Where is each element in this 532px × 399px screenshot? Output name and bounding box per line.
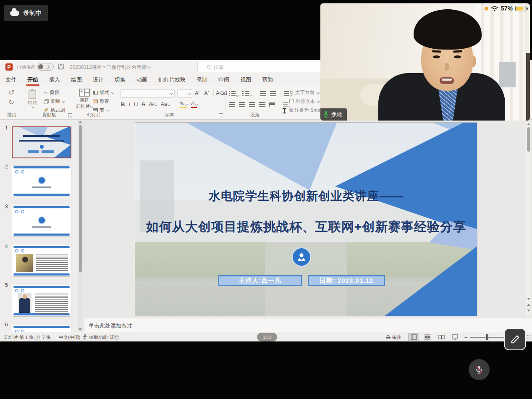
mute-microphone-button[interactable] [469, 359, 490, 380]
zoom-slider-thumb[interactable] [486, 334, 488, 340]
decrease-indent-button[interactable] [260, 90, 266, 98]
tab-slideshow[interactable]: 幻灯片放映 [153, 74, 191, 86]
increase-indent-button[interactable] [270, 90, 276, 98]
search-input[interactable] [214, 64, 314, 70]
undo-icon[interactable]: ↺ [8, 88, 14, 97]
main-scrollbar-thumb[interactable] [527, 127, 530, 152]
tab-home[interactable]: 开始 [22, 74, 44, 86]
slide-sorter-view-button[interactable] [422, 333, 433, 341]
slide-counter[interactable]: 幻灯片 第 1 张, 共 7 张 [4, 334, 51, 341]
bold-button[interactable]: B [121, 101, 125, 108]
notes-placeholder[interactable]: 单击此处添加备注 [89, 322, 132, 330]
slide-thumbnail-5[interactable] [12, 285, 71, 317]
reset-button[interactable]: 重置 [93, 98, 109, 105]
tab-transitions[interactable]: 切换 [109, 74, 131, 86]
slides-group-label: 幻灯片 [74, 112, 114, 118]
annotation-pen-button[interactable] [504, 328, 526, 350]
notes-button[interactable]: 备注 [392, 334, 401, 341]
font-size-combo[interactable] [177, 89, 192, 98]
font-dialog-launcher-icon[interactable] [219, 113, 223, 118]
tab-insert[interactable]: 插入 [44, 74, 66, 86]
slide-thumbnail-3[interactable] [12, 205, 71, 237]
align-right-button[interactable] [249, 101, 255, 109]
paste-button[interactable]: 粘贴 [28, 89, 37, 108]
align-text-button[interactable]: 对齐文本 [289, 98, 320, 105]
tab-file[interactable]: 文件 [0, 74, 22, 86]
shrink-font-button[interactable]: Aˇ [204, 90, 210, 96]
text-direction-label: 文字方向 [295, 89, 314, 96]
justify-button[interactable] [259, 101, 265, 109]
thumbnail-scrollbar[interactable] [78, 120, 83, 332]
zoom-out-button[interactable]: − [464, 334, 468, 341]
slide-thumbnail-4[interactable] [12, 245, 71, 277]
tab-view[interactable]: 视图 [235, 74, 257, 86]
main-scrollbar[interactable] [526, 122, 531, 315]
font-color-button[interactable]: A [191, 100, 198, 108]
save-icon[interactable] [58, 63, 64, 70]
thumbnail-scrollbar-thumb[interactable] [79, 125, 82, 272]
previous-slide-icon[interactable] [527, 304, 530, 306]
thumb-number-4: 4 [5, 244, 8, 249]
slide-title-line2[interactable]: 如何从大创项目提炼挑战杯、互联网+创新赛事经验分享 [135, 218, 477, 236]
tab-animations[interactable]: 动画 [131, 74, 153, 86]
reading-view-button[interactable] [436, 333, 447, 341]
main-scroll-up-icon[interactable] [527, 123, 530, 125]
recording-label: 录制中 [23, 9, 42, 17]
text-direction-button[interactable]: ⇅ 文字方向 [289, 89, 319, 96]
recording-badge[interactable]: 录制中 [4, 5, 48, 21]
char-spacing-button[interactable]: AV [149, 102, 157, 107]
slideshow-view-button[interactable] [449, 333, 460, 341]
scroll-down-icon[interactable] [79, 328, 82, 331]
section-chevron-icon [106, 109, 109, 112]
numbering-button[interactable] [242, 90, 252, 98]
distribute-button[interactable] [269, 101, 275, 109]
copy-button[interactable]: 复制 [44, 98, 65, 105]
slide-canvas[interactable]: 水电院学生科协创新创业类讲座—— 如何从大创项目提炼挑战杯、互联网+创新赛事经验… [135, 122, 477, 316]
scroll-up-icon[interactable] [79, 121, 82, 123]
normal-view-button[interactable] [408, 333, 419, 341]
new-slide-button[interactable]: 新建 幻灯片 [76, 89, 93, 110]
paragraph-group: ⇅ 文字方向 对齐文本 ⧉ 转换为 Sma 段落 [225, 86, 326, 119]
fit-to-window-icon[interactable]: ⛶ [527, 334, 530, 340]
doc-title-chevron-icon[interactable] [147, 65, 152, 69]
strikethrough-button[interactable]: S [142, 101, 145, 108]
clipboard-dialog-launcher-icon[interactable] [68, 113, 72, 118]
screen: P 自动保存 关 20230112讲座 • 已保存到这台电脑 文件 开始 插入 [0, 0, 532, 399]
redo-icon[interactable]: ↻ [8, 98, 14, 107]
accessibility-status[interactable]: 辅助功能: 调查 [89, 334, 119, 341]
slide-thumbnail-1[interactable] [12, 126, 71, 158]
main-scroll-down-icon[interactable] [527, 298, 530, 300]
tab-review[interactable]: 审阅 [213, 74, 235, 86]
convert-smartart-button[interactable]: ⧉ 转换为 Sma [289, 107, 320, 113]
notes-pane[interactable]: 单击此处添加备注 [84, 318, 532, 332]
tab-help[interactable]: 帮助 [257, 74, 278, 86]
tab-draw[interactable]: 绘图 [66, 74, 87, 86]
search-box[interactable] [197, 62, 322, 72]
underline-button[interactable]: U [134, 101, 138, 108]
tab-record[interactable]: 录制 [191, 74, 213, 86]
thumb-number-2: 2 [5, 164, 8, 170]
change-case-button[interactable]: Aa [161, 101, 170, 107]
slide-title-line1[interactable]: 水电院学生科协创新创业类讲座—— [135, 188, 477, 204]
font-group-label: 字体 [114, 112, 225, 118]
slide-thumbnail-6[interactable] [12, 325, 71, 332]
cloud-icon [10, 10, 19, 16]
grow-font-button[interactable]: Aˆ [195, 90, 200, 96]
autosave-toggle[interactable]: 关 [37, 63, 54, 71]
cut-button[interactable]: ✂ 剪切 [44, 89, 59, 96]
tab-design[interactable]: 设计 [87, 74, 109, 86]
italic-button[interactable]: I [128, 101, 130, 108]
bullets-button[interactable] [229, 90, 238, 98]
font-name-combo[interactable] [120, 89, 175, 98]
language-indicator[interactable]: 中文(中国) [59, 334, 80, 341]
document-title[interactable]: 20230112讲座 • 已保存到这台电脑 [70, 64, 147, 71]
highlight-color-button[interactable]: ✎ [180, 100, 187, 108]
orange-dot-icon [485, 7, 488, 10]
layout-button[interactable]: 版式 [93, 89, 114, 96]
battery-icon [515, 6, 527, 11]
slide-thumbnail-2[interactable] [12, 165, 71, 197]
align-center-button[interactable] [239, 101, 245, 109]
align-left-button[interactable] [229, 101, 235, 109]
next-slide-icon[interactable] [527, 310, 530, 312]
slide-editing-area: 水电院学生科协创新创业类讲座—— 如何从大创项目提炼挑战杯、互联网+创新赛事经验… [84, 120, 532, 318]
